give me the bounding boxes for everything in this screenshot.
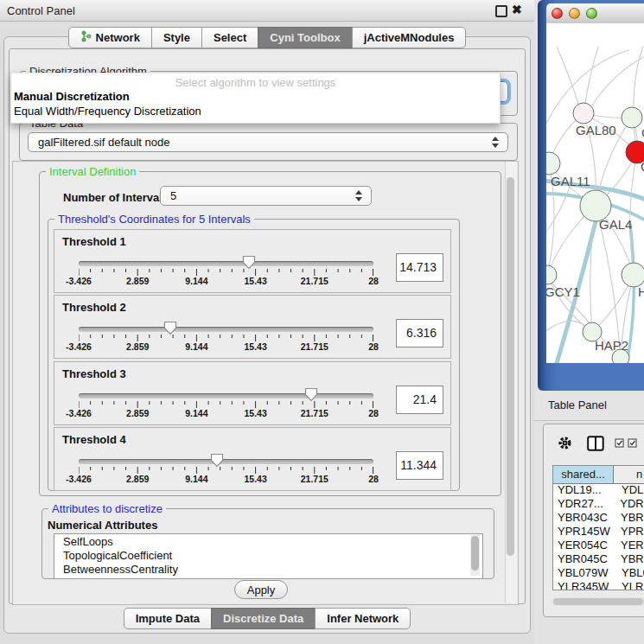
slider-tick-label: 9.144	[185, 408, 207, 418]
network-node-gal80[interactable]	[573, 103, 594, 124]
tab-cyni-toolbox[interactable]: Cyni Toolbox	[258, 27, 352, 48]
tab-style[interactable]: Style	[151, 27, 202, 48]
table-row[interactable]: YBL079WYBL0	[553, 566, 644, 580]
threshold-panel-1: Threshold 1-3.4262.8599.14415.4321.71528…	[54, 229, 451, 293]
table-horizontal-scrollbar-thumb[interactable]	[553, 598, 643, 605]
tab-impute-data[interactable]: Impute Data	[124, 608, 212, 629]
tab-network[interactable]: Network	[68, 27, 152, 48]
threshold-value-field[interactable]: 6.316	[396, 319, 443, 348]
slider-tick-label: 9.144	[185, 341, 207, 352]
cell-shared-name: YPR145W	[553, 525, 613, 539]
slider-tick-label: 15.43	[244, 474, 266, 484]
cell-shared-name: YER054C	[553, 539, 613, 552]
tab-infer-network[interactable]: Infer Network	[315, 608, 411, 629]
combo-arrows-icon	[492, 137, 501, 148]
table-row[interactable]: YLR345WYLR3	[553, 580, 644, 590]
network-node-gal11[interactable]	[546, 152, 560, 175]
slider-track[interactable]	[79, 459, 373, 464]
table-row[interactable]: YBR043CYBR0	[553, 511, 644, 525]
table-row[interactable]: YPR145WYPR1	[553, 525, 644, 539]
slider-tick-label: 21.715	[301, 341, 328, 352]
control-panel-titlebar	[0, 0, 534, 22]
threshold-value-field[interactable]: 14.713	[396, 253, 443, 282]
cell-shared-name: YDL19...	[553, 483, 614, 497]
slider-tick-label: -3.426	[66, 408, 92, 418]
algorithm-option-equal-width-frequency-discretization[interactable]: Equal Width/Frequency Discretization	[14, 105, 201, 118]
algorithm-popup: Select algorithm to view settings Manual…	[10, 73, 501, 124]
slider-thumb[interactable]	[304, 387, 318, 402]
float-window-icon[interactable]	[495, 5, 507, 17]
network-node-ga[interactable]	[622, 107, 642, 128]
slider-thumb[interactable]	[242, 255, 256, 270]
slider-tick-label: -3.426	[66, 474, 92, 484]
slider-track[interactable]	[79, 261, 373, 266]
algorithm-option-manual-discretization[interactable]: Manual Discretization	[14, 90, 130, 103]
checkbox-icon[interactable]	[628, 436, 637, 451]
network-node-label: H	[638, 284, 644, 299]
cell-name: YLR3	[614, 580, 644, 590]
column-header-1[interactable]: shared...	[553, 466, 614, 483]
slider-tick-label: 21.715	[301, 408, 328, 418]
cell-shared-name: YBR043C	[553, 511, 613, 525]
attribute-item-selfloops[interactable]: SelfLoops	[54, 534, 482, 548]
slider-thumb[interactable]	[210, 453, 224, 468]
network-node-label: GCY1	[546, 284, 580, 299]
table-header: shared...n	[553, 466, 644, 484]
zoom-button[interactable]	[586, 8, 597, 19]
apply-button[interactable]: Apply	[234, 580, 288, 599]
slider-tick-label: 15.43	[244, 341, 266, 352]
network-canvas[interactable]: GAL80GACGAL11GAL4GCY1HHAP2	[546, 23, 644, 363]
slider-tick-label: 2.859	[126, 408, 149, 418]
column-layout-icon[interactable]	[587, 436, 604, 455]
table-row[interactable]: YBR045CYBR0	[553, 552, 644, 566]
table-data-combo[interactable]: galFiltered.sif default node	[28, 132, 508, 152]
threshold-value-field[interactable]: 21.4	[396, 386, 443, 414]
threshold-value-field[interactable]: 11.344	[396, 451, 443, 480]
checkbox-icon[interactable]	[615, 436, 624, 451]
number-of-intervals-combo[interactable]: 5	[160, 186, 372, 206]
attributes-list-scrollbar-thumb[interactable]	[471, 536, 479, 571]
table-row[interactable]: YER054CYER0	[553, 539, 644, 552]
minimize-button[interactable]	[569, 8, 580, 19]
network-node-h[interactable]	[622, 263, 644, 287]
cell-name: YPR1	[613, 525, 644, 539]
settings-gear-icon[interactable]	[558, 436, 572, 454]
network-node-gcy1[interactable]	[546, 265, 557, 284]
table-row[interactable]: YDR27...YDR2	[553, 497, 644, 511]
slider-tick-label: 15.43	[244, 408, 266, 418]
number-of-intervals-label: Number of Intervals	[63, 191, 169, 204]
threshold-label: Threshold 4	[62, 433, 126, 446]
attributes-list: SelfLoopsTopologicalCoefficientBetweenne…	[54, 533, 483, 579]
close-button[interactable]	[552, 8, 563, 19]
column-header-2[interactable]: n	[614, 466, 644, 483]
numerical-attributes-label: Numerical Attributes	[48, 519, 157, 532]
bottom-tab-bar: Impute DataDiscretize DataInfer Network	[0, 608, 534, 629]
slider-tick-label: -3.426	[66, 276, 92, 286]
table-body: YDL19...YDL1YDR27...YDR2YBR043CYBR0YPR14…	[553, 483, 644, 590]
network-icon	[80, 30, 92, 45]
close-icon[interactable]: ✖	[512, 3, 522, 16]
attribute-item-betweennesscentrality[interactable]: BetweennessCentrality	[54, 562, 482, 576]
table-row[interactable]: YDL19...YDL1	[553, 483, 644, 497]
tab-discretize-data[interactable]: Discretize Data	[211, 608, 316, 629]
slider-track[interactable]	[79, 327, 373, 332]
slider-tick-label: -3.426	[66, 341, 92, 352]
tab-select[interactable]: Select	[201, 27, 258, 48]
slider-tick-marks	[79, 401, 373, 409]
slider-tick-label: 2.859	[126, 341, 149, 352]
network-node-label: GAL11	[551, 174, 590, 188]
tab-jactivemnodules[interactable]: jActiveMNodules	[352, 27, 467, 48]
threshold-panel-2: Threshold 2-3.4262.8599.14415.4321.71528…	[54, 295, 451, 359]
slider-tick-marks	[79, 335, 373, 342]
attribute-item-topologicalcoefficient[interactable]: TopologicalCoefficient	[54, 548, 482, 562]
cell-shared-name: YLR345W	[553, 580, 614, 590]
node-table: shared...n YDL19...YDL1YDR27...YDR2YBR04…	[552, 465, 644, 590]
table-panel-title: Table Panel	[548, 399, 607, 411]
settings-vertical-scrollbar-thumb[interactable]	[507, 177, 514, 556]
threshold-label: Threshold 1	[62, 235, 126, 248]
slider-tick-label: 28	[368, 341, 379, 352]
number-of-intervals-value: 5	[170, 189, 176, 202]
slider-track[interactable]	[79, 393, 373, 399]
slider-thumb[interactable]	[163, 321, 177, 335]
slider-tick-label: 28	[368, 474, 379, 484]
